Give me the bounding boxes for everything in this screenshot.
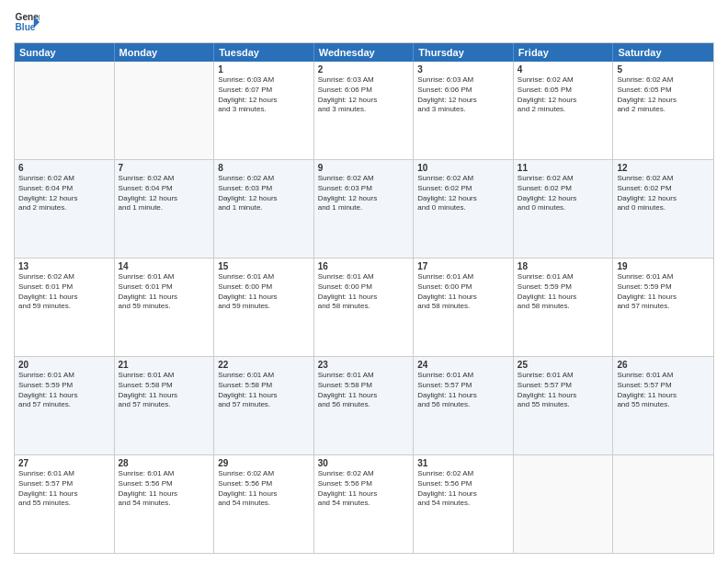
- calendar-row: 6Sunrise: 6:02 AM Sunset: 6:04 PM Daylig…: [15, 160, 713, 259]
- svg-text:Blue: Blue: [16, 22, 36, 32]
- calendar-cell: 14Sunrise: 6:01 AM Sunset: 6:01 PM Dayli…: [115, 259, 215, 356]
- cell-date: 8: [218, 163, 310, 173]
- page: General Blue SundayMondayTuesdayWednesda…: [0, 0, 728, 563]
- cell-info: Sunrise: 6:02 AM Sunset: 6:05 PM Dayligh…: [518, 75, 609, 115]
- calendar-cell: 27Sunrise: 6:01 AM Sunset: 5:57 PM Dayli…: [15, 455, 115, 553]
- cell-info: Sunrise: 6:01 AM Sunset: 6:01 PM Dayligh…: [119, 272, 210, 312]
- cell-date: 31: [417, 458, 509, 468]
- cell-info: Sunrise: 6:02 AM Sunset: 6:02 PM Dayligh…: [417, 174, 509, 213]
- cell-info: Sunrise: 6:01 AM Sunset: 5:58 PM Dayligh…: [318, 371, 410, 410]
- cell-date: 15: [218, 261, 310, 271]
- cell-info: Sunrise: 6:02 AM Sunset: 6:02 PM Dayligh…: [617, 174, 710, 213]
- cell-info: Sunrise: 6:01 AM Sunset: 5:57 PM Dayligh…: [617, 371, 710, 410]
- cell-info: Sunrise: 6:02 AM Sunset: 6:03 PM Dayligh…: [318, 174, 410, 213]
- cell-info: Sunrise: 6:01 AM Sunset: 5:57 PM Dayligh…: [417, 371, 509, 410]
- calendar-cell: 12Sunrise: 6:02 AM Sunset: 6:02 PM Dayli…: [613, 160, 713, 258]
- cell-date: 26: [617, 360, 710, 370]
- calendar-cell: 30Sunrise: 6:02 AM Sunset: 5:56 PM Dayli…: [314, 455, 415, 553]
- calendar-cell: 4Sunrise: 6:02 AM Sunset: 6:05 PM Daylig…: [514, 62, 614, 159]
- cell-date: 28: [119, 458, 210, 468]
- cell-info: Sunrise: 6:02 AM Sunset: 6:05 PM Dayligh…: [617, 75, 710, 115]
- header: General Blue: [14, 9, 714, 35]
- cell-date: 23: [318, 360, 410, 370]
- day-header-monday: Monday: [115, 43, 215, 62]
- calendar-cell: 29Sunrise: 6:02 AM Sunset: 5:56 PM Dayli…: [214, 455, 314, 553]
- cell-date: 19: [617, 261, 710, 271]
- calendar-cell: 26Sunrise: 6:01 AM Sunset: 5:57 PM Dayli…: [613, 357, 713, 454]
- cell-info: Sunrise: 6:03 AM Sunset: 6:07 PM Dayligh…: [218, 75, 310, 115]
- cell-date: 20: [18, 360, 110, 370]
- calendar-cell: 9Sunrise: 6:02 AM Sunset: 6:03 PM Daylig…: [314, 160, 415, 258]
- calendar-cell: 13Sunrise: 6:02 AM Sunset: 6:01 PM Dayli…: [15, 259, 115, 356]
- cell-info: Sunrise: 6:01 AM Sunset: 5:56 PM Dayligh…: [119, 469, 210, 509]
- cell-info: Sunrise: 6:01 AM Sunset: 5:57 PM Dayligh…: [18, 469, 110, 509]
- calendar-cell: 5Sunrise: 6:02 AM Sunset: 6:05 PM Daylig…: [613, 62, 713, 159]
- cell-date: 13: [18, 261, 110, 271]
- cell-info: Sunrise: 6:03 AM Sunset: 6:06 PM Dayligh…: [417, 75, 509, 115]
- day-header-wednesday: Wednesday: [314, 43, 415, 62]
- cell-date: 3: [417, 64, 509, 75]
- calendar-cell: 10Sunrise: 6:02 AM Sunset: 6:02 PM Dayli…: [414, 160, 514, 258]
- cell-info: Sunrise: 6:01 AM Sunset: 5:59 PM Dayligh…: [18, 371, 110, 410]
- calendar: SundayMondayTuesdayWednesdayThursdayFrid…: [14, 42, 714, 554]
- cell-info: Sunrise: 6:02 AM Sunset: 6:04 PM Dayligh…: [18, 174, 110, 213]
- calendar-cell: 2Sunrise: 6:03 AM Sunset: 6:06 PM Daylig…: [314, 62, 415, 159]
- calendar-cell: 11Sunrise: 6:02 AM Sunset: 6:02 PM Dayli…: [514, 160, 614, 258]
- day-headers: SundayMondayTuesdayWednesdayThursdayFrid…: [15, 43, 713, 62]
- calendar-cell: [613, 455, 713, 553]
- cell-info: Sunrise: 6:01 AM Sunset: 5:59 PM Dayligh…: [617, 272, 710, 312]
- cell-date: 6: [18, 163, 110, 173]
- calendar-cell: 21Sunrise: 6:01 AM Sunset: 5:58 PM Dayli…: [115, 357, 215, 454]
- cell-date: 10: [417, 163, 509, 173]
- calendar-cell: 25Sunrise: 6:01 AM Sunset: 5:57 PM Dayli…: [514, 357, 614, 454]
- cell-info: Sunrise: 6:02 AM Sunset: 6:03 PM Dayligh…: [218, 174, 310, 213]
- calendar-row: 1Sunrise: 6:03 AM Sunset: 6:07 PM Daylig…: [15, 62, 713, 160]
- cell-date: 12: [617, 163, 710, 173]
- calendar-row: 20Sunrise: 6:01 AM Sunset: 5:59 PM Dayli…: [15, 357, 713, 455]
- cell-info: Sunrise: 6:01 AM Sunset: 6:00 PM Dayligh…: [218, 272, 310, 312]
- day-header-tuesday: Tuesday: [214, 43, 314, 62]
- calendar-cell: [514, 455, 614, 553]
- calendar-cell: 22Sunrise: 6:01 AM Sunset: 5:58 PM Dayli…: [214, 357, 314, 454]
- cell-date: 22: [218, 360, 310, 370]
- cell-date: 16: [318, 261, 410, 271]
- calendar-cell: 3Sunrise: 6:03 AM Sunset: 6:06 PM Daylig…: [414, 62, 514, 159]
- calendar-cell: 16Sunrise: 6:01 AM Sunset: 6:00 PM Dayli…: [314, 259, 415, 356]
- calendar-cell: 8Sunrise: 6:02 AM Sunset: 6:03 PM Daylig…: [214, 160, 314, 258]
- cell-info: Sunrise: 6:01 AM Sunset: 5:59 PM Dayligh…: [518, 272, 609, 312]
- calendar-body: 1Sunrise: 6:03 AM Sunset: 6:07 PM Daylig…: [15, 62, 713, 553]
- logo-icon: General Blue: [14, 9, 40, 35]
- calendar-cell: 31Sunrise: 6:02 AM Sunset: 5:56 PM Dayli…: [414, 455, 514, 553]
- calendar-cell: 6Sunrise: 6:02 AM Sunset: 6:04 PM Daylig…: [15, 160, 115, 258]
- cell-date: 9: [318, 163, 410, 173]
- cell-date: 21: [119, 360, 210, 370]
- cell-info: Sunrise: 6:02 AM Sunset: 6:04 PM Dayligh…: [119, 174, 210, 213]
- cell-info: Sunrise: 6:01 AM Sunset: 5:58 PM Dayligh…: [119, 371, 210, 410]
- cell-date: 29: [218, 458, 310, 468]
- calendar-row: 13Sunrise: 6:02 AM Sunset: 6:01 PM Dayli…: [15, 259, 713, 357]
- cell-info: Sunrise: 6:02 AM Sunset: 5:56 PM Dayligh…: [218, 469, 310, 509]
- cell-date: 7: [119, 163, 210, 173]
- cell-info: Sunrise: 6:01 AM Sunset: 6:00 PM Dayligh…: [417, 272, 509, 312]
- cell-date: 1: [218, 64, 310, 75]
- calendar-cell: 17Sunrise: 6:01 AM Sunset: 6:00 PM Dayli…: [414, 259, 514, 356]
- cell-info: Sunrise: 6:01 AM Sunset: 6:00 PM Dayligh…: [318, 272, 410, 312]
- calendar-cell: 19Sunrise: 6:01 AM Sunset: 5:59 PM Dayli…: [613, 259, 713, 356]
- calendar-cell: [15, 62, 115, 159]
- logo: General Blue: [14, 9, 40, 35]
- calendar-cell: 20Sunrise: 6:01 AM Sunset: 5:59 PM Dayli…: [15, 357, 115, 454]
- cell-info: Sunrise: 6:01 AM Sunset: 5:58 PM Dayligh…: [218, 371, 310, 410]
- cell-date: 18: [518, 261, 609, 271]
- calendar-cell: 7Sunrise: 6:02 AM Sunset: 6:04 PM Daylig…: [115, 160, 215, 258]
- calendar-cell: [115, 62, 215, 159]
- calendar-cell: 23Sunrise: 6:01 AM Sunset: 5:58 PM Dayli…: [314, 357, 415, 454]
- cell-date: 17: [417, 261, 509, 271]
- cell-date: 4: [518, 64, 609, 75]
- day-header-thursday: Thursday: [414, 43, 514, 62]
- cell-info: Sunrise: 6:01 AM Sunset: 5:57 PM Dayligh…: [518, 371, 609, 410]
- calendar-row: 27Sunrise: 6:01 AM Sunset: 5:57 PM Dayli…: [15, 455, 713, 553]
- day-header-sunday: Sunday: [15, 43, 115, 62]
- calendar-cell: 1Sunrise: 6:03 AM Sunset: 6:07 PM Daylig…: [214, 62, 314, 159]
- cell-date: 2: [318, 64, 410, 75]
- cell-date: 30: [318, 458, 410, 468]
